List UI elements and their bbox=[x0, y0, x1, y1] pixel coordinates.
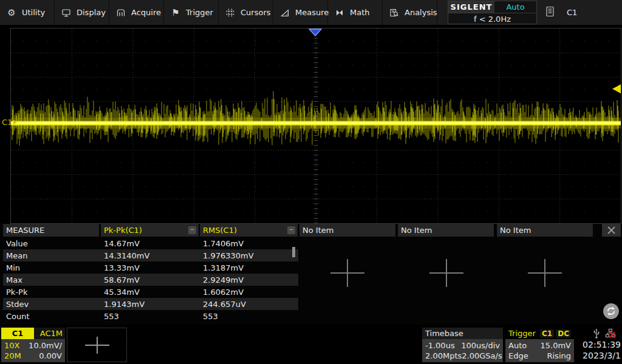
trigger-level-marker[interactable] bbox=[611, 84, 621, 96]
clipboard-icon bbox=[545, 6, 555, 19]
menu-item-label: Cursors bbox=[241, 8, 271, 17]
table-row: Min 13.33mV 1.3187mV bbox=[3, 261, 298, 274]
menu-item-label: Display bbox=[77, 8, 106, 17]
trigger-descriptor[interactable]: Trigger C1 DC Auto 15.0mV Edge Rising bbox=[505, 328, 574, 362]
trigger-mode: Auto bbox=[508, 341, 527, 350]
siglent-logo: SIGLENT bbox=[448, 1, 494, 13]
timebase-title: Timebase bbox=[425, 329, 463, 338]
trigger-source-badge: C1 bbox=[540, 329, 554, 338]
channel-coupling: AC1M bbox=[34, 328, 65, 339]
menu-item-measure[interactable]: Measure bbox=[273, 0, 328, 25]
add-measurement-button[interactable] bbox=[429, 259, 463, 287]
add-channel-button[interactable] bbox=[67, 328, 127, 362]
timebase-scale: 100us/div bbox=[461, 341, 500, 350]
value-cell: 1.9143mV bbox=[104, 300, 145, 309]
clock-date: 2023/3/1 bbox=[576, 351, 621, 360]
menu-item-math[interactable]: Math bbox=[328, 0, 383, 25]
trace-label-text: C1 bbox=[2, 118, 12, 127]
table-scroll-handle[interactable] bbox=[292, 247, 295, 257]
measure-title: MEASURE bbox=[6, 226, 44, 235]
set-square-icon bbox=[280, 8, 290, 18]
value-cell: 14.3140mV bbox=[104, 251, 149, 260]
sample-rate: 2.00GSa/s bbox=[462, 351, 502, 360]
status-area: 02:51:39 2023/3/1 bbox=[576, 326, 622, 364]
plus-icon bbox=[446, 259, 447, 287]
memory-depth: 2.00Mpts bbox=[425, 351, 462, 360]
value-cell: 2.9249mV bbox=[203, 275, 244, 285]
close-icon bbox=[607, 226, 616, 235]
menu-item-acquire[interactable]: Acquire bbox=[109, 0, 164, 25]
measure-panel: MEASURE Pk-Pk(C1) – RMS(C1) – No Item No… bbox=[0, 224, 622, 325]
plus-icon bbox=[347, 259, 348, 287]
oscilloscope-screen: ⚙ Utility Display Acquire ⚑ Trigger Curs… bbox=[0, 0, 622, 364]
row-label: Count bbox=[6, 312, 30, 321]
table-row: Count 553 553 bbox=[3, 310, 298, 322]
value-cell: 1.6062mV bbox=[203, 288, 244, 297]
add-measurement-button[interactable] bbox=[528, 259, 562, 287]
table-row: Stdev 1.9143mV 244.657uV bbox=[3, 298, 298, 310]
close-measure-button[interactable] bbox=[602, 224, 621, 237]
refresh-icon bbox=[601, 302, 621, 321]
trigger-level: 15.0mV bbox=[540, 341, 571, 350]
trigger-slope: Rising bbox=[547, 351, 571, 360]
menu-item-label: Trigger bbox=[186, 8, 213, 17]
value-cell: 13.33mV bbox=[104, 263, 140, 272]
lan-disconnected-icon bbox=[605, 328, 616, 339]
table-row: Max 58.67mV 2.9249mV bbox=[3, 274, 298, 286]
disconnected-x-icon bbox=[609, 331, 616, 339]
value-cell: 58.67mV bbox=[104, 275, 140, 285]
measure-empty-slot-3[interactable]: No Item bbox=[497, 224, 593, 237]
value-cell: 1.3187mV bbox=[203, 263, 244, 272]
channel-trace-label[interactable]: C1 bbox=[2, 118, 18, 127]
value-cell: 1.976330mV bbox=[203, 251, 254, 260]
remove-measurement-icon[interactable]: – bbox=[287, 226, 295, 234]
probe-attenuation: 10X bbox=[4, 341, 19, 350]
remove-measurement-icon[interactable]: – bbox=[188, 226, 196, 234]
measure-column-label: Pk-Pk(C1) bbox=[104, 226, 142, 235]
timebase-descriptor[interactable]: Timebase -1.00us 100us/div 2.00Mpts 2.00… bbox=[422, 328, 503, 362]
menu-item-display[interactable]: Display bbox=[55, 0, 109, 25]
bowtie-icon bbox=[335, 8, 344, 18]
empty-slot-label: No Item bbox=[500, 226, 531, 235]
brand-widget: SIGLENT Auto f < 2.0Hz bbox=[448, 1, 537, 24]
vertical-offset: 0.00V bbox=[39, 351, 62, 360]
menu-item-label: Analysis bbox=[405, 8, 437, 17]
measure-column-label: RMS(C1) bbox=[203, 226, 237, 235]
value-cell: 553 bbox=[203, 312, 218, 321]
value-cell: 14.67mV bbox=[104, 239, 140, 248]
menu-item-cursors[interactable]: Cursors bbox=[219, 0, 273, 25]
table-row: Pk-Pk 45.34mV 1.6062mV bbox=[3, 286, 298, 298]
menu-item-trigger[interactable]: ⚑ Trigger bbox=[164, 0, 219, 25]
trigger-coupling-badge: DC bbox=[556, 329, 571, 338]
clock-time: 02:51:39 bbox=[576, 340, 621, 349]
value-cell: 244.657uV bbox=[203, 300, 246, 309]
flag-icon: ⚑ bbox=[171, 8, 180, 18]
row-label: Stdev bbox=[6, 300, 29, 309]
bandwidth-limit: 20M bbox=[4, 351, 21, 360]
measure-column-header-1[interactable]: Pk-Pk(C1) – bbox=[101, 224, 199, 237]
row-label: Min bbox=[6, 263, 20, 272]
reset-statistics-button[interactable] bbox=[601, 302, 621, 321]
gear-icon: ⚙ bbox=[7, 8, 16, 18]
frequency-counter: f < 2.0Hz bbox=[448, 13, 536, 24]
row-label: Pk-Pk bbox=[6, 288, 27, 297]
plus-icon bbox=[544, 259, 545, 287]
acquire-icon bbox=[116, 8, 126, 18]
menu-item-label: Math bbox=[350, 8, 370, 17]
measure-title-cell: MEASURE bbox=[3, 224, 99, 237]
measure-column-header-2[interactable]: RMS(C1) – bbox=[200, 224, 298, 237]
timebase-delay: -1.00us bbox=[425, 341, 455, 350]
menu-item-utility[interactable]: ⚙ Utility bbox=[0, 0, 55, 25]
table-row: Mean 14.3140mV 1.976330mV bbox=[3, 249, 298, 261]
channel-descriptor[interactable]: C1 AC1M 10X 10.0mV/ 20M 0.00V bbox=[1, 328, 65, 362]
channel-badge[interactable]: C1 bbox=[1, 328, 34, 339]
menu-item-label: Measure bbox=[295, 8, 329, 17]
row-label: Value bbox=[6, 239, 28, 248]
vertical-scale: 10.0mV/ bbox=[29, 341, 62, 350]
measure-empty-slot-2[interactable]: No Item bbox=[398, 224, 494, 237]
menu-item-analysis[interactable]: Analysis bbox=[383, 0, 437, 25]
trigger-position-marker[interactable] bbox=[309, 29, 322, 38]
add-measurement-button[interactable] bbox=[330, 259, 364, 287]
channel-list-widget[interactable]: C1 bbox=[542, 0, 577, 25]
measure-empty-slot-1[interactable]: No Item bbox=[299, 224, 395, 237]
